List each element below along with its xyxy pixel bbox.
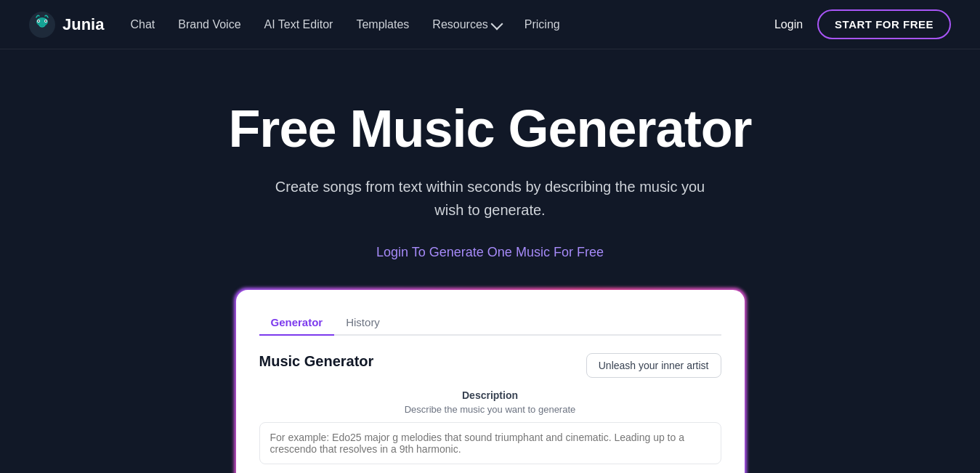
- hero-section: Free Music Generator Create songs from t…: [0, 49, 980, 473]
- login-button[interactable]: Login: [774, 18, 803, 31]
- logo-icon: [29, 12, 55, 38]
- description-textarea[interactable]: [259, 422, 721, 464]
- inspire-button[interactable]: Unleash your inner artist: [586, 353, 721, 378]
- nav-links: Chat Brand Voice AI Text Editor Template…: [130, 18, 559, 31]
- description-field: Description Describe the music you want …: [259, 389, 721, 467]
- card-body-header: Music Generator Unleash your inner artis…: [259, 353, 721, 378]
- nav-link-pricing[interactable]: Pricing: [525, 18, 560, 31]
- nav-link-templates[interactable]: Templates: [356, 18, 409, 31]
- generator-card: Generator History Music Generator Unleas…: [236, 290, 745, 473]
- hero-title: Free Music Generator: [228, 100, 751, 158]
- nav-link-brand-voice[interactable]: Brand Voice: [178, 18, 240, 31]
- tab-history[interactable]: History: [334, 310, 392, 336]
- description-sublabel: Describe the music you want to generate: [259, 404, 721, 415]
- svg-point-5: [45, 20, 46, 22]
- hero-subtitle: Create songs from text within seconds by…: [272, 175, 708, 222]
- logo-text: Junia: [62, 15, 104, 34]
- logo[interactable]: Junia: [29, 12, 104, 38]
- nav-link-chat[interactable]: Chat: [130, 18, 155, 31]
- start-for-free-button[interactable]: START FOR FREE: [817, 9, 951, 39]
- navbar-right: Login START FOR FREE: [774, 9, 951, 39]
- card-section-title: Music Generator: [259, 353, 374, 370]
- navbar-left: Junia Chat Brand Voice AI Text Editor Te…: [29, 12, 560, 38]
- svg-point-4: [38, 20, 39, 22]
- tab-generator[interactable]: Generator: [259, 310, 335, 336]
- navbar: Junia Chat Brand Voice AI Text Editor Te…: [0, 0, 980, 49]
- nav-link-resources[interactable]: Resources: [432, 18, 501, 31]
- chevron-down-icon: [490, 17, 503, 30]
- hero-cta-link[interactable]: Login To Generate One Music For Free: [376, 245, 604, 261]
- generator-card-wrapper: Generator History Music Generator Unleas…: [236, 290, 745, 473]
- description-label: Description: [259, 389, 721, 401]
- nav-link-ai-text-editor[interactable]: AI Text Editor: [264, 18, 333, 31]
- card-tabs: Generator History: [259, 310, 721, 336]
